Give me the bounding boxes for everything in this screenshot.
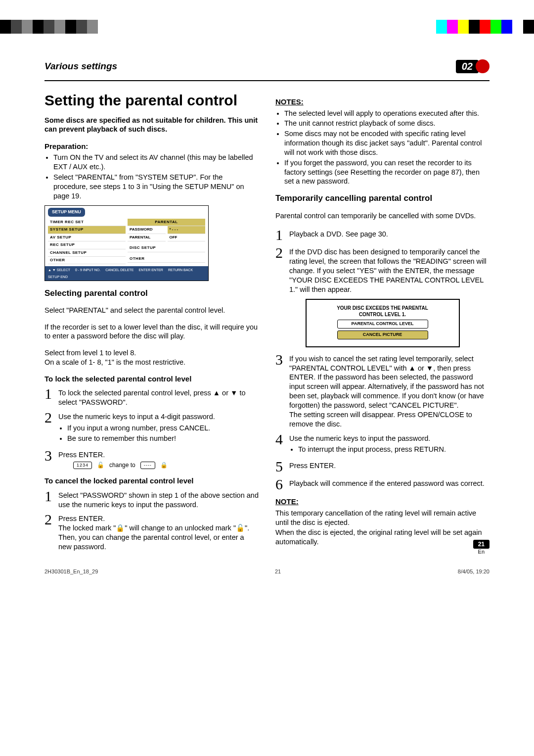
step-number: 3 bbox=[275, 352, 289, 429]
step-text: Press ENTER. bbox=[58, 451, 105, 459]
step-number: 6 bbox=[275, 477, 289, 492]
setup-menu-diagram: SETUP MENU TIMER REC SET SYSTEM SETUP AV… bbox=[44, 205, 209, 281]
body-text: On a scale of 1- 8, "1" is the most rest… bbox=[44, 358, 259, 367]
step-text: To lock the selected parental control le… bbox=[58, 386, 259, 407]
cancel-heading: To cancel the locked parental control le… bbox=[44, 476, 259, 486]
chapter-badge: 02 bbox=[456, 59, 490, 73]
intro-text: Some discs are specified as not suitable… bbox=[44, 116, 259, 135]
preparation-heading: Preparation: bbox=[44, 142, 259, 151]
step: 5 Press ENTER. bbox=[275, 459, 490, 474]
body-text: When the disc is ejected, the original r… bbox=[275, 528, 490, 547]
step-text: Playback will commence if the entered pa… bbox=[289, 477, 490, 492]
step: 3 Press ENTER. 1234 🔓 change to ---- 🔒 bbox=[44, 448, 259, 472]
notes-list: The selected level will apply to operati… bbox=[275, 109, 490, 187]
step-number: 2 bbox=[44, 410, 58, 445]
submenu-group: OTHER bbox=[128, 255, 205, 263]
menu-item: CHANNEL SETUP bbox=[48, 249, 126, 257]
parental-dialog: YOUR DISC EXCEEDS THE PARENTAL CONTROL L… bbox=[306, 299, 460, 347]
page-title: Setting the parental control bbox=[44, 92, 259, 108]
submenu-label: PASSWORD bbox=[128, 226, 166, 234]
page-number: 21 En bbox=[473, 540, 490, 555]
footer-left: 2H30301B_En_18_29 bbox=[44, 568, 98, 574]
menu-item: AV SETUP bbox=[48, 234, 126, 241]
step-bullet: Be sure to remember this number! bbox=[67, 434, 259, 443]
step: 1 Select "PASSWORD" shown in step 1 of t… bbox=[44, 489, 259, 510]
submenu-group: DISC SETUP bbox=[128, 244, 205, 252]
note-item: Some discs may not be encoded with speci… bbox=[284, 129, 490, 157]
dialog-text: YOUR DISC EXCEEDS THE PARENTAL bbox=[313, 305, 452, 311]
note-heading: NOTE: bbox=[275, 497, 490, 507]
lock-icon: 🔒 bbox=[160, 462, 168, 470]
submenu-value: OFF bbox=[168, 234, 206, 241]
step-number: 2 bbox=[275, 245, 289, 294]
step-text: Then, you can change the parental contro… bbox=[58, 533, 259, 552]
step-number: 1 bbox=[44, 386, 58, 407]
prep-item: Turn ON the TV and select its AV channel… bbox=[53, 153, 259, 172]
step-number: 2 bbox=[44, 512, 58, 551]
print-footer: 2H30301B_En_18_29 21 8/4/05, 19:20 bbox=[44, 568, 490, 574]
step-text: Press ENTER. bbox=[289, 459, 490, 474]
body-text: This temporary cancellation of the ratin… bbox=[275, 509, 490, 527]
step-text: If you wish to cancel the set rating lev… bbox=[289, 354, 490, 410]
temp-cancel-heading: Temporarily cancelling parental control bbox=[275, 193, 490, 204]
menu-item: TIMER REC SET bbox=[48, 219, 126, 226]
submenu-value: * - - - bbox=[168, 226, 206, 234]
setup-menu-title: SETUP MENU bbox=[48, 208, 85, 217]
page-number-badge: 21 bbox=[473, 540, 490, 549]
step: 1 Playback a DVD. See page 30. bbox=[275, 228, 490, 242]
menu-item: OTHER bbox=[48, 257, 126, 264]
page-lang: En bbox=[473, 549, 490, 555]
preparation-list: Turn ON the TV and select its AV channel… bbox=[44, 153, 259, 200]
step: 1 To lock the selected parental control … bbox=[44, 386, 259, 407]
dialog-option: PARENTAL CONTROL LEVEL bbox=[337, 320, 428, 329]
step-number: 4 bbox=[275, 432, 289, 457]
dialog-text: CONTROL LEVEL 1. bbox=[313, 311, 452, 318]
password-box-before: 1234 bbox=[73, 462, 92, 470]
body-text: If the recorder is set to a lower level … bbox=[44, 323, 259, 341]
note-item: The unit cannot restrict playback of som… bbox=[284, 119, 490, 128]
setup-menu-footer: ▲ ▼ SELECT 0 - 9 INPUT NO. CANCEL DELETE… bbox=[45, 266, 208, 280]
step-text: Playback a DVD. See page 30. bbox=[289, 228, 490, 242]
selecting-heading: Selecting parental control bbox=[44, 288, 259, 299]
submenu-label: PARENTAL bbox=[128, 234, 166, 241]
menu-item-selected: SYSTEM SETUP bbox=[48, 226, 126, 234]
red-tab-dot bbox=[476, 59, 490, 73]
step-number: 1 bbox=[275, 228, 289, 242]
step: 4 Use the numeric keys to input the pass… bbox=[275, 432, 490, 457]
password-box-after: ---- bbox=[140, 462, 155, 470]
step-number: 3 bbox=[44, 448, 58, 472]
print-color-bars bbox=[0, 20, 534, 34]
step: 2 If the DVD disc has been designed to t… bbox=[275, 245, 490, 294]
body-text: Select from level 1 to level 8. bbox=[44, 348, 259, 358]
header-rule bbox=[44, 80, 490, 81]
step: 6 Playback will commence if the entered … bbox=[275, 477, 490, 492]
prep-item: Select "PARENTAL" from "SYSTEM SETUP". F… bbox=[53, 173, 259, 201]
menu-item: REC SETUP bbox=[48, 241, 126, 249]
footer-center: 21 bbox=[275, 568, 281, 574]
body-text: Select "PARENTAL" and select the parenta… bbox=[44, 306, 259, 315]
body-text: Parental control can temporarily be canc… bbox=[275, 211, 490, 221]
step-bullet: If you input a wrong number, press CANCE… bbox=[67, 424, 259, 433]
step-text: The setting screen will disappear. Press… bbox=[289, 410, 490, 429]
notes-heading: NOTES: bbox=[275, 97, 490, 107]
dialog-option-selected: CANCEL PICTURE bbox=[337, 331, 428, 339]
step-text: Use the numeric keys to input the passwo… bbox=[289, 434, 490, 443]
footer-right: 8/4/05, 19:20 bbox=[458, 568, 490, 574]
step-text: If the DVD disc has been designed to tem… bbox=[289, 245, 490, 294]
step-number: 1 bbox=[44, 489, 58, 510]
unlock-icon: 🔓 bbox=[97, 462, 104, 470]
step-text: Select "PASSWORD" shown in step 1 of the… bbox=[58, 489, 259, 510]
step: 2 Press ENTER. The locked mark "🔒" will … bbox=[44, 512, 259, 551]
change-to-text: change to bbox=[109, 462, 135, 470]
lock-diagram: 1234 🔓 change to ---- 🔒 bbox=[73, 462, 259, 470]
submenu-title: PARENTAL bbox=[128, 219, 205, 226]
step-bullet: To interrupt the input process, press RE… bbox=[298, 445, 490, 454]
lock-heading: To lock the selected parental control le… bbox=[44, 374, 259, 384]
section-header: Various settings bbox=[44, 61, 456, 72]
note-item: If you forget the password, you can rese… bbox=[284, 158, 490, 187]
step: 2 Use the numeric keys to input a 4-digi… bbox=[44, 410, 259, 445]
step-number: 5 bbox=[275, 459, 289, 474]
step-text: The locked mark "🔒" will change to an un… bbox=[58, 523, 259, 533]
note-item: The selected level will apply to operati… bbox=[284, 109, 490, 118]
step-text: Use the numeric keys to input a 4-digit … bbox=[58, 413, 215, 421]
